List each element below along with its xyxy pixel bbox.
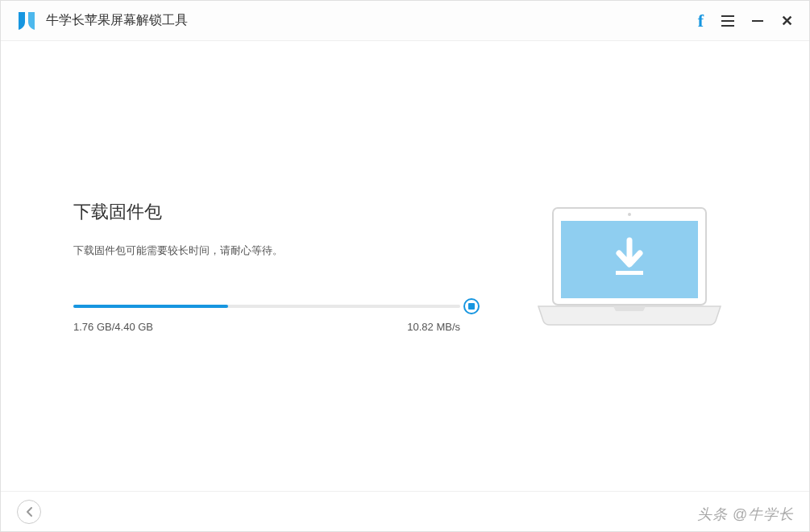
section-subtitle: 下载固件包可能需要较长时间，请耐心等待。 [73,243,460,258]
footer [1,491,809,531]
stop-button[interactable] [463,298,480,314]
stop-icon [468,303,475,310]
menu-button[interactable] [721,15,734,27]
download-size-label: 1.76 GB/4.40 GB [73,321,153,333]
titlebar: 牛学长苹果屏幕解锁工具 f ✕ [1,1,809,41]
close-button[interactable]: ✕ [781,12,793,30]
minimize-icon [752,20,763,22]
svg-rect-3 [616,271,643,275]
titlebar-left: 牛学长苹果屏幕解锁工具 [17,10,188,31]
minimize-button[interactable] [752,20,763,22]
chevron-left-icon [25,506,33,517]
app-logo-icon [17,10,36,31]
app-window: 牛学长苹果屏幕解锁工具 f ✕ 下载固件包 下载固件包可能需要较长时间，请耐心等… [0,0,810,532]
watermark-text: 头条 @牛学长 [697,505,794,524]
progress-track [73,305,460,308]
titlebar-right: f ✕ [698,10,793,31]
hamburger-icon [721,15,734,27]
progress-bar-container [73,305,460,308]
svg-point-1 [628,213,631,216]
laptop-download-icon [529,200,730,332]
progress-fill [73,305,228,308]
app-title: 牛学长苹果屏幕解锁工具 [46,12,188,29]
download-panel: 下载固件包 下载固件包可能需要较长时间，请耐心等待。 1.76 GB/4.40 … [73,200,460,333]
main-content: 下载固件包 下载固件包可能需要较长时间，请耐心等待。 1.76 GB/4.40 … [1,41,809,491]
back-button[interactable] [17,500,41,524]
illustration-panel [525,200,734,332]
download-speed-label: 10.82 MB/s [407,321,460,333]
facebook-icon[interactable]: f [698,10,704,31]
progress-info: 1.76 GB/4.40 GB 10.82 MB/s [73,321,460,333]
section-title: 下载固件包 [73,200,460,224]
